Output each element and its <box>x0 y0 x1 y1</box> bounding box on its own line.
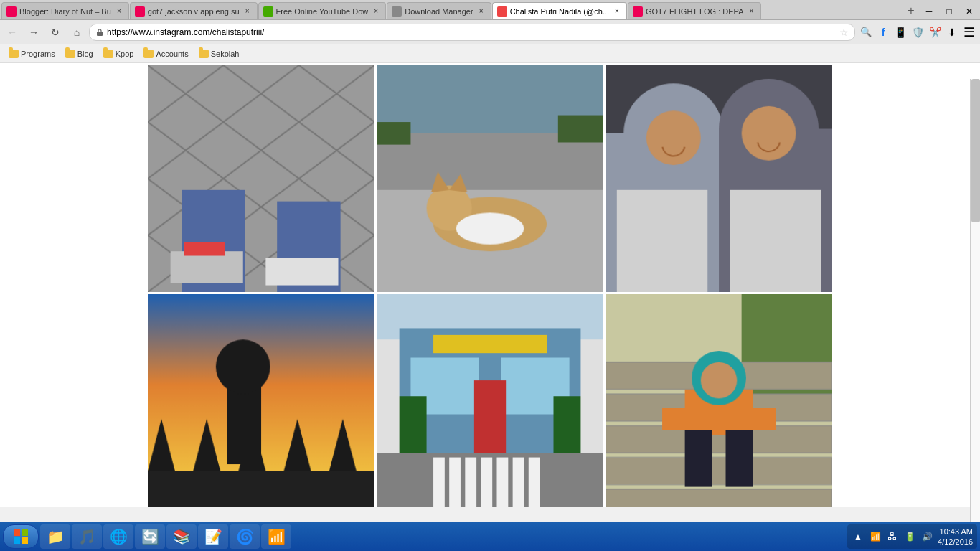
image-canvas-img3 <box>606 65 832 292</box>
wifi-tray-icon[interactable]: 📶 <box>869 530 882 543</box>
download-icon[interactable]: ⬇ <box>944 24 960 40</box>
tab-favicon-tab4 <box>392 6 402 17</box>
minimize-button[interactable]: ─ <box>920 4 938 19</box>
folder-icon <box>65 50 75 58</box>
scissors-icon[interactable]: ✂️ <box>927 24 943 40</box>
taskbar-item-4[interactable]: 📚 <box>166 524 197 549</box>
browser-window: Blogger: Diary of Nut – Bu×got7 jackson … <box>0 0 980 507</box>
browser-tab-tab3[interactable]: Free Online YouTube Dow× <box>258 2 387 19</box>
start-button[interactable] <box>3 524 39 549</box>
taskbar-item-7[interactable]: 📶 <box>261 524 291 549</box>
tab-label-tab6: GOT7 FLIGHT LOG : DEPA <box>646 7 744 16</box>
svg-rect-0 <box>97 32 103 36</box>
address-bar[interactable]: ☆ <box>89 24 855 41</box>
taskbar-icon-2: 🌐 <box>109 527 128 546</box>
tab-close-tab5[interactable]: × <box>612 6 622 17</box>
network-icon[interactable]: 🖧 <box>886 530 899 543</box>
bookmark-blog[interactable]: Blog <box>61 48 98 60</box>
taskbar-item-2[interactable]: 🌐 <box>103 524 133 549</box>
forward-button[interactable]: → <box>24 23 43 42</box>
image-canvas-img6 <box>606 294 832 507</box>
folder-icon <box>9 50 19 58</box>
grid-item-img2[interactable] <box>377 65 603 292</box>
tab-close-tab2[interactable]: × <box>242 6 253 17</box>
scrollbar[interactable] <box>970 79 980 507</box>
tab-favicon-tab3 <box>263 6 273 17</box>
folder-icon <box>199 50 209 58</box>
taskbar-icon-3: 🔄 <box>141 527 159 546</box>
new-tab-button[interactable]: + <box>903 2 920 19</box>
browser-tab-tab6[interactable]: GOT7 FLIGHT LOG : DEPA× <box>628 2 762 19</box>
bookmark-star-icon[interactable]: ☆ <box>839 27 849 38</box>
tab-bar: Blogger: Diary of Nut – Bu×got7 jackson … <box>0 0 980 20</box>
scrollbar-thumb[interactable] <box>971 79 980 222</box>
folder-icon <box>103 50 113 58</box>
image-canvas-img1 <box>148 65 374 292</box>
taskbar-item-1[interactable]: 🎵 <box>72 524 102 549</box>
tab-close-tab3[interactable]: × <box>371 6 381 17</box>
bookmark-kpop[interactable]: Kpop <box>99 48 138 60</box>
maximize-button[interactable]: □ <box>940 4 958 19</box>
whatsapp-icon[interactable]: 📱 <box>892 24 908 40</box>
taskbar-icon-0: 📁 <box>46 527 65 546</box>
battery-icon[interactable]: 🔋 <box>903 530 916 543</box>
bookmark-label: Sekolah <box>211 50 240 58</box>
grid-item-img1[interactable] <box>148 65 374 292</box>
taskbar-item-5[interactable]: 📝 <box>198 524 228 549</box>
browser-tab-tab2[interactable]: got7 jackson v app eng su× <box>130 2 258 19</box>
taskbar-icon-6: 🌀 <box>235 527 254 546</box>
home-button[interactable]: ⌂ <box>67 23 86 42</box>
taskbar-icon-5: 📝 <box>204 527 222 546</box>
tab-label-tab2: got7 jackson v app eng su <box>148 7 240 16</box>
taskbar-item-0[interactable]: 📁 <box>40 524 70 549</box>
nav-bar: ← → ↻ ⌂ ☆ 🔍 f 📱 🛡️ ✂️ ⬇ ☰ <box>0 20 980 44</box>
bookmark-label: Accounts <box>156 50 188 58</box>
refresh-button[interactable]: ↻ <box>46 23 65 42</box>
bookmark-label: Programs <box>21 50 55 58</box>
bookmarks-bar: ProgramsBlogKpopAccountsSekolah <box>0 44 980 63</box>
close-button[interactable]: ✕ <box>960 4 979 19</box>
grid-item-img5[interactable] <box>377 294 603 507</box>
tab-label-tab4: Download Manager <box>405 7 473 16</box>
tray-arrow-icon[interactable]: ▲ <box>852 530 864 543</box>
taskbar-item-3[interactable]: 🔄 <box>135 524 165 549</box>
tab-favicon-tab2 <box>135 6 145 17</box>
tab-label-tab3: Free Online YouTube Dow <box>276 7 369 16</box>
browser-tab-tab1[interactable]: Blogger: Diary of Nut – Bu× <box>1 2 129 19</box>
main-content <box>0 63 980 507</box>
folder-icon <box>143 50 154 58</box>
extension-icon[interactable]: 🛡️ <box>910 24 925 40</box>
volume-icon[interactable]: 🔊 <box>920 530 933 543</box>
svg-rect-1 <box>14 529 20 536</box>
system-tray: ▲ 📶 🖧 🔋 🔊 10:43 AM 4/12/2016 <box>847 524 977 549</box>
tab-label-tab1: Blogger: Diary of Nut – Bu <box>19 7 111 16</box>
menu-icon[interactable]: ☰ <box>961 24 977 40</box>
grid-item-img4[interactable] <box>148 294 374 507</box>
clock[interactable]: 10:43 AM 4/12/2016 <box>938 527 973 547</box>
taskbar: 📁🎵🌐🔄📚📝🌀📶 ▲ 📶 🖧 🔋 🔊 10:43 AM 4/12/2016 <box>0 522 980 551</box>
bookmark-accounts[interactable]: Accounts <box>139 48 192 60</box>
bookmark-programs[interactable]: Programs <box>4 48 60 60</box>
tab-close-tab4[interactable]: × <box>476 6 486 17</box>
image-canvas-img2 <box>377 65 603 292</box>
tab-close-tab6[interactable]: × <box>746 6 756 17</box>
security-icon <box>95 28 104 37</box>
back-button[interactable]: ← <box>3 23 22 42</box>
tab-close-tab1[interactable]: × <box>114 6 124 17</box>
taskbar-item-6[interactable]: 🌀 <box>230 524 260 549</box>
url-input[interactable] <box>107 27 837 37</box>
image-canvas-img4 <box>148 294 374 507</box>
bookmark-sekolah[interactable]: Sekolah <box>194 48 244 60</box>
search-icon[interactable]: 🔍 <box>858 24 874 40</box>
browser-tab-tab4[interactable]: Download Manager× <box>387 2 491 19</box>
grid-item-img6[interactable] <box>606 294 832 507</box>
address-bar-icons: ☆ <box>839 27 849 38</box>
grid-item-img3[interactable] <box>606 65 832 292</box>
tab-favicon-tab1 <box>6 6 17 17</box>
facebook-icon[interactable]: f <box>875 24 891 40</box>
svg-rect-3 <box>14 537 20 544</box>
svg-rect-2 <box>22 529 28 536</box>
clock-date: 4/12/2016 <box>938 537 973 547</box>
tab-favicon-tab5 <box>497 6 507 17</box>
browser-tab-tab5[interactable]: Chalista Putri Nadila (@ch...× <box>492 2 627 19</box>
